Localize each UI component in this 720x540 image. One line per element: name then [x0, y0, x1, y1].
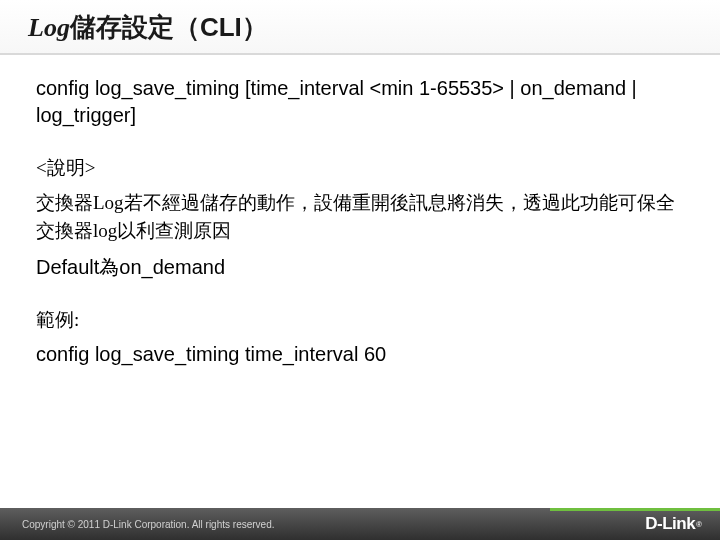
command-syntax: config log_save_timing [time_interval <m… [36, 75, 684, 129]
title-prefix: Log [28, 13, 70, 42]
registered-mark: ® [696, 520, 702, 529]
example-command: config log_save_timing time_interval 60 [36, 343, 684, 366]
example-label: 範例: [36, 307, 684, 333]
footer-bar: Copyright © 2011 D-Link Corporation. All… [0, 508, 720, 540]
brand-logo: D-Link® [645, 514, 702, 534]
page-title: Log儲存設定（CLI） [28, 10, 692, 45]
footer-accent [550, 508, 720, 511]
copyright-text: Copyright © 2011 D-Link Corporation. All… [22, 519, 275, 530]
default-value-line: Default為on_demand [36, 254, 684, 281]
description-text: 交換器Log若不經過儲存的動作，設備重開後訊息將消失，透過此功能可保全交換器lo… [36, 189, 684, 244]
content-area: config log_save_timing [time_interval <m… [0, 55, 720, 378]
brand-name: D-Link [645, 514, 695, 534]
explain-label: <說明> [36, 155, 684, 181]
title-zh: 儲存設定（CLI） [70, 12, 268, 42]
title-bar: Log儲存設定（CLI） [0, 0, 720, 55]
